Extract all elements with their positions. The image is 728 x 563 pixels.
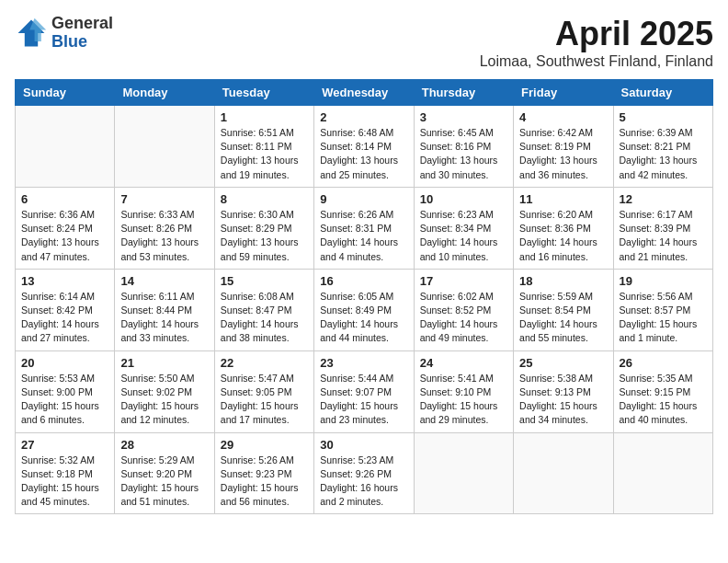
calendar-cell [16, 106, 115, 188]
calendar-week-row: 20Sunrise: 5:53 AMSunset: 9:00 PMDayligh… [16, 350, 713, 432]
calendar-cell: 6Sunrise: 6:36 AMSunset: 8:24 PMDaylight… [16, 187, 115, 269]
calendar-cell: 26Sunrise: 5:35 AMSunset: 9:15 PMDayligh… [613, 350, 712, 432]
calendar-cell: 5Sunrise: 6:39 AMSunset: 8:21 PMDaylight… [613, 106, 712, 188]
day-info: Sunrise: 6:08 AMSunset: 8:47 PMDaylight:… [221, 290, 308, 346]
calendar-cell: 23Sunrise: 5:44 AMSunset: 9:07 PMDayligh… [314, 350, 414, 432]
title-area: April 2025 Loimaa, Southwest Finland, Fi… [480, 15, 713, 70]
day-info: Sunrise: 6:05 AMSunset: 8:49 PMDaylight:… [320, 290, 407, 346]
day-number: 21 [120, 356, 208, 370]
day-number: 30 [320, 438, 407, 452]
day-info: Sunrise: 5:38 AMSunset: 9:13 PMDaylight:… [519, 372, 607, 428]
day-number: 8 [221, 192, 308, 206]
calendar-week-row: 1Sunrise: 6:51 AMSunset: 8:11 PMDaylight… [16, 106, 713, 188]
calendar-cell: 10Sunrise: 6:23 AMSunset: 8:34 PMDayligh… [414, 187, 513, 269]
day-number: 17 [420, 274, 507, 288]
logo: General Blue [15, 15, 113, 52]
weekday-header-sunday: Sunday [16, 80, 115, 106]
calendar-cell: 9Sunrise: 6:26 AMSunset: 8:31 PMDaylight… [314, 187, 414, 269]
calendar-cell: 1Sunrise: 6:51 AMSunset: 8:11 PMDaylight… [214, 106, 313, 188]
day-info: Sunrise: 6:17 AMSunset: 8:39 PMDaylight:… [620, 208, 707, 264]
day-info: Sunrise: 5:59 AMSunset: 8:54 PMDaylight:… [519, 290, 607, 346]
day-info: Sunrise: 6:42 AMSunset: 8:19 PMDaylight:… [519, 126, 607, 182]
calendar-cell: 14Sunrise: 6:11 AMSunset: 8:44 PMDayligh… [115, 269, 214, 350]
calendar-cell: 25Sunrise: 5:38 AMSunset: 9:13 PMDayligh… [514, 350, 613, 432]
logo-text: General Blue [51, 15, 113, 52]
day-number: 20 [21, 356, 108, 370]
calendar-title: April 2025 [480, 15, 713, 53]
calendar-cell: 11Sunrise: 6:20 AMSunset: 8:36 PMDayligh… [514, 187, 613, 269]
day-info: Sunrise: 6:36 AMSunset: 8:24 PMDaylight:… [21, 208, 108, 264]
calendar-cell: 28Sunrise: 5:29 AMSunset: 9:20 PMDayligh… [115, 432, 214, 514]
day-info: Sunrise: 6:33 AMSunset: 8:26 PMDaylight:… [120, 208, 208, 264]
day-info: Sunrise: 5:23 AMSunset: 9:26 PMDaylight:… [320, 454, 407, 510]
calendar-cell: 8Sunrise: 6:30 AMSunset: 8:29 PMDaylight… [214, 187, 313, 269]
weekday-header-tuesday: Tuesday [214, 80, 313, 106]
day-number: 7 [120, 192, 208, 206]
calendar-cell: 2Sunrise: 6:48 AMSunset: 8:14 PMDaylight… [314, 106, 414, 188]
calendar-cell: 7Sunrise: 6:33 AMSunset: 8:26 PMDaylight… [115, 187, 214, 269]
weekday-header-wednesday: Wednesday [314, 80, 414, 106]
calendar-cell: 3Sunrise: 6:45 AMSunset: 8:16 PMDaylight… [414, 106, 513, 188]
calendar-cell [613, 432, 712, 514]
day-number: 12 [620, 192, 707, 206]
day-info: Sunrise: 6:26 AMSunset: 8:31 PMDaylight:… [320, 208, 407, 264]
calendar-cell [414, 432, 513, 514]
logo-icon [15, 17, 48, 50]
calendar-cell: 22Sunrise: 5:47 AMSunset: 9:05 PMDayligh… [214, 350, 313, 432]
day-info: Sunrise: 6:23 AMSunset: 8:34 PMDaylight:… [420, 208, 507, 264]
calendar-cell: 27Sunrise: 5:32 AMSunset: 9:18 PMDayligh… [16, 432, 115, 514]
day-number: 22 [221, 356, 308, 370]
day-number: 18 [519, 274, 607, 288]
page-header: General Blue April 2025 Loimaa, Southwes… [15, 15, 713, 70]
calendar-cell: 21Sunrise: 5:50 AMSunset: 9:02 PMDayligh… [115, 350, 214, 432]
day-number: 1 [221, 110, 308, 124]
calendar-cell: 20Sunrise: 5:53 AMSunset: 9:00 PMDayligh… [16, 350, 115, 432]
day-info: Sunrise: 5:35 AMSunset: 9:15 PMDaylight:… [620, 372, 707, 428]
day-number: 23 [320, 356, 407, 370]
day-number: 2 [320, 110, 407, 124]
day-info: Sunrise: 6:39 AMSunset: 8:21 PMDaylight:… [620, 126, 707, 182]
day-info: Sunrise: 6:02 AMSunset: 8:52 PMDaylight:… [420, 290, 507, 346]
day-number: 16 [320, 274, 407, 288]
day-info: Sunrise: 5:26 AMSunset: 9:23 PMDaylight:… [221, 454, 308, 510]
day-number: 14 [120, 274, 208, 288]
weekday-header-saturday: Saturday [613, 80, 712, 106]
day-info: Sunrise: 6:30 AMSunset: 8:29 PMDaylight:… [221, 208, 308, 264]
day-number: 27 [21, 438, 108, 452]
weekday-header-monday: Monday [115, 80, 214, 106]
day-info: Sunrise: 5:44 AMSunset: 9:07 PMDaylight:… [320, 372, 407, 428]
day-number: 5 [620, 110, 707, 124]
calendar-cell: 30Sunrise: 5:23 AMSunset: 9:26 PMDayligh… [314, 432, 414, 514]
day-info: Sunrise: 5:53 AMSunset: 9:00 PMDaylight:… [21, 372, 108, 428]
calendar-cell: 13Sunrise: 6:14 AMSunset: 8:42 PMDayligh… [16, 269, 115, 350]
day-number: 3 [420, 110, 507, 124]
day-number: 29 [221, 438, 308, 452]
calendar-cell: 12Sunrise: 6:17 AMSunset: 8:39 PMDayligh… [613, 187, 712, 269]
calendar-subtitle: Loimaa, Southwest Finland, Finland [480, 53, 713, 70]
calendar-cell: 16Sunrise: 6:05 AMSunset: 8:49 PMDayligh… [314, 269, 414, 350]
day-info: Sunrise: 6:45 AMSunset: 8:16 PMDaylight:… [420, 126, 507, 182]
day-number: 28 [120, 438, 208, 452]
calendar-cell: 24Sunrise: 5:41 AMSunset: 9:10 PMDayligh… [414, 350, 513, 432]
day-number: 10 [420, 192, 507, 206]
calendar-cell [115, 106, 214, 188]
day-info: Sunrise: 6:48 AMSunset: 8:14 PMDaylight:… [320, 126, 407, 182]
logo-general-text: General [51, 15, 113, 33]
calendar-cell: 15Sunrise: 6:08 AMSunset: 8:47 PMDayligh… [214, 269, 313, 350]
weekday-header-friday: Friday [514, 80, 613, 106]
day-info: Sunrise: 5:29 AMSunset: 9:20 PMDaylight:… [120, 454, 208, 510]
calendar-cell: 18Sunrise: 5:59 AMSunset: 8:54 PMDayligh… [514, 269, 613, 350]
day-info: Sunrise: 6:20 AMSunset: 8:36 PMDaylight:… [519, 208, 607, 264]
day-number: 26 [620, 356, 707, 370]
calendar-cell: 4Sunrise: 6:42 AMSunset: 8:19 PMDaylight… [514, 106, 613, 188]
day-number: 6 [21, 192, 108, 206]
day-number: 15 [221, 274, 308, 288]
calendar-cell: 19Sunrise: 5:56 AMSunset: 8:57 PMDayligh… [613, 269, 712, 350]
weekday-header-thursday: Thursday [414, 80, 513, 106]
calendar-week-row: 6Sunrise: 6:36 AMSunset: 8:24 PMDaylight… [16, 187, 713, 269]
calendar-table: SundayMondayTuesdayWednesdayThursdayFrid… [15, 79, 713, 514]
day-info: Sunrise: 6:14 AMSunset: 8:42 PMDaylight:… [21, 290, 108, 346]
day-number: 11 [519, 192, 607, 206]
day-info: Sunrise: 5:41 AMSunset: 9:10 PMDaylight:… [420, 372, 507, 428]
calendar-cell [514, 432, 613, 514]
